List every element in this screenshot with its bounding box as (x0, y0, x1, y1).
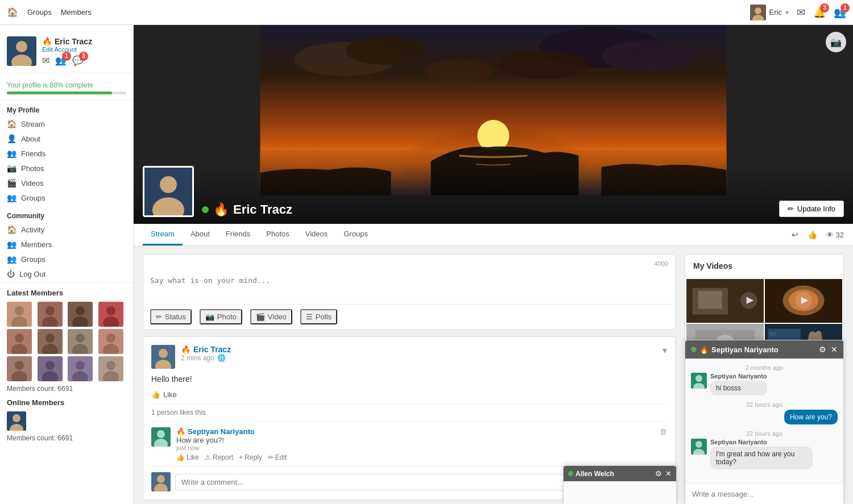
status-button[interactable]: ✏ Status (150, 309, 192, 324)
member-thumb-9[interactable] (7, 356, 32, 381)
sidebar-item-friends[interactable]: 👥 Friends (0, 146, 133, 161)
share-button[interactable]: ↩ (792, 230, 798, 239)
mail-icon[interactable]: ✉ (797, 6, 805, 19)
chat-msg-avatar-1[interactable] (691, 373, 707, 389)
chat-online-dot (691, 347, 697, 352)
nav-link-members[interactable]: Members (61, 8, 92, 16)
sidebar-item-videos[interactable]: 🎬 Videos (0, 176, 133, 190)
friends-nav-icon[interactable]: 👥 1 (834, 6, 846, 19)
likes-text: 1 person likes this (151, 403, 667, 416)
nav-link-groups[interactable]: Groups (27, 8, 52, 16)
member-thumb-1[interactable] (7, 302, 32, 327)
sidebar-item-stream[interactable]: 🏠 Stream (0, 116, 133, 131)
member-thumb-8[interactable] (98, 329, 123, 354)
post-time: 2 mins ago 🌐 (181, 354, 662, 362)
nav-user[interactable]: Eric ▾ (750, 5, 789, 20)
svg-point-17 (106, 306, 115, 315)
svg-point-41 (106, 361, 115, 370)
member-thumb-10[interactable] (38, 356, 63, 381)
member-thumb-4[interactable] (98, 302, 123, 327)
update-info-button[interactable]: ✏ Update Info (779, 201, 844, 217)
svg-point-26 (76, 334, 85, 343)
post-like-button[interactable]: 👍 Like (151, 390, 177, 399)
chat-msg-time-2: 22 hours ago (691, 401, 838, 408)
tab-videos[interactable]: Videos (297, 224, 336, 245)
member-thumb-3[interactable] (68, 302, 93, 327)
video-thumb-1[interactable] (686, 279, 764, 323)
sidebar-item-community-groups[interactable]: 👥 Groups (0, 252, 133, 266)
comment-report-button[interactable]: ⚠ Report (205, 453, 233, 461)
edit-pencil-icon: ✏ (268, 453, 274, 461)
views-number: 32 (836, 231, 844, 239)
sidebar-mail-icon[interactable]: ✉ (42, 55, 49, 66)
svg-point-20 (15, 334, 24, 343)
member-thumb-7[interactable] (68, 329, 93, 354)
post-textarea[interactable] (143, 273, 675, 302)
comment-avatar[interactable] (151, 427, 171, 447)
comment-like-icon: 👍 (176, 453, 185, 461)
sidebar-item-groups[interactable]: 👥 Groups (0, 190, 133, 205)
profile-complete-section: Your profile is 88% complete (0, 77, 133, 101)
comment-delete-button[interactable]: 🗑 (660, 427, 667, 436)
chat-gear-icon[interactable]: ⚙ (819, 345, 826, 354)
post-menu-button[interactable]: ▾ (662, 345, 667, 356)
tab-groups[interactable]: Groups (336, 224, 376, 245)
status-label: Status (165, 313, 186, 321)
member-thumb-6[interactable] (38, 329, 63, 354)
latest-members-grid (7, 302, 126, 381)
comment-reply-button[interactable]: + Reply (239, 453, 262, 461)
allen-name-text: Allen Welch (575, 470, 614, 478)
video-label: Video (268, 313, 287, 321)
profile-complete-text: Your profile is 88% complete (7, 81, 126, 89)
profile-avatar-cover[interactable] (143, 166, 194, 217)
sidebar-item-about[interactable]: 👤 About (0, 131, 133, 146)
tab-friends[interactable]: Friends (218, 224, 258, 245)
chat-close-icon[interactable]: ✕ (831, 345, 838, 354)
comment-like-button[interactable]: 👍 Like (176, 453, 199, 461)
chat-msg-avatar-3[interactable] (691, 439, 707, 455)
sidebar-photos-label: Photos (21, 164, 44, 173)
friends-icon: 👥 (7, 149, 16, 158)
member-thumb-2[interactable] (38, 302, 63, 327)
online-member-avatar[interactable] (7, 411, 26, 431)
post-author-name[interactable]: 🔥 Eric Tracz (181, 345, 662, 354)
bell-icon[interactable]: 🔔 3 (813, 6, 826, 19)
sidebar-item-photos[interactable]: 📷 Photos (0, 161, 133, 176)
cover-camera-button[interactable]: 📷 (826, 32, 846, 52)
sidebar-item-activity[interactable]: 🏠 Activity (0, 222, 133, 237)
chat-msg-row-3: Septiyan Nariyanto I'm great and how are… (691, 439, 838, 469)
post-author-avatar[interactable] (151, 345, 175, 369)
chat-input[interactable] (690, 488, 839, 501)
comment-author[interactable]: 🔥 Septiyan Nariyanto (176, 427, 255, 436)
online-members-section: Online Members Members count: 6691 (7, 398, 126, 442)
photo-button[interactable]: 📷 Photo (200, 309, 242, 324)
allen-gear-icon[interactable]: ⚙ (655, 469, 662, 478)
sidebar-user-avatar[interactable] (7, 36, 36, 66)
video-thumb-2[interactable] (765, 279, 842, 323)
chat-sender-1: Septiyan Nariyanto (710, 373, 767, 380)
tab-stream[interactable]: Stream (143, 224, 183, 245)
stream-column: 4000 ✏ Status 📷 Photo 🎬 (143, 254, 676, 500)
chat-allen-header: Allen Welch ⚙ ✕ (564, 466, 676, 481)
videos-icon: 🎬 (7, 178, 16, 188)
profile-name-text: Eric Tracz (233, 202, 292, 217)
photo-label: Photo (217, 313, 237, 321)
allen-close-icon[interactable]: ✕ (665, 469, 672, 478)
polls-button[interactable]: ☰ Polls (300, 309, 337, 324)
sidebar-item-members[interactable]: 👥 Members (0, 237, 133, 252)
sidebar: 🔥 Eric Tracz Edit Account ✉ 👥 1 💬 3 (0, 25, 134, 504)
like-profile-button[interactable]: 👍 (808, 230, 817, 239)
tab-photos[interactable]: Photos (258, 224, 297, 245)
sidebar-friends-icon[interactable]: 👥 1 (55, 55, 67, 66)
tab-about[interactable]: About (183, 224, 218, 245)
member-thumb-12[interactable] (98, 356, 123, 381)
sidebar-comment-icon[interactable]: 💬 3 (72, 55, 84, 66)
sidebar-item-logout[interactable]: ⏻ Log Out (0, 266, 133, 281)
member-thumb-5[interactable] (7, 329, 32, 354)
nav-chevron[interactable]: ▾ (785, 9, 789, 16)
comment-edit-button[interactable]: ✏ Edit (268, 453, 287, 461)
pencil-icon: ✏ (156, 313, 162, 321)
member-thumb-11[interactable] (68, 356, 93, 381)
video-button[interactable]: 🎬 Video (250, 309, 292, 324)
home-nav-icon[interactable]: 🏠 (7, 7, 18, 18)
